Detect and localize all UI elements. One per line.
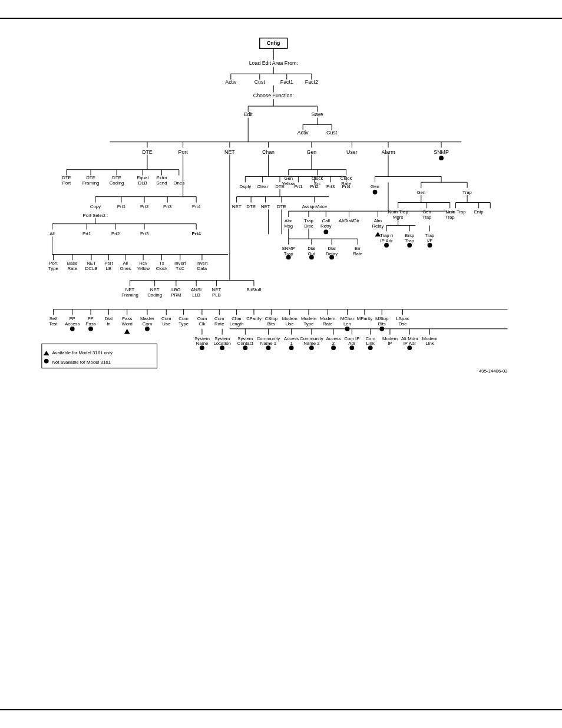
svg-point-345 <box>289 345 294 350</box>
svg-text:SNMP: SNMP <box>434 149 449 155</box>
svg-text:FP: FP <box>70 316 75 321</box>
svg-text:Trap: Trap <box>422 215 432 220</box>
svg-text:Cust: Cust <box>254 79 266 85</box>
svg-text:Test: Test <box>49 321 58 327</box>
svg-point-329 <box>200 345 204 350</box>
svg-text:Yellow: Yellow <box>282 181 296 186</box>
svg-text:Fact2: Fact2 <box>305 79 318 85</box>
svg-text:Ones: Ones <box>120 266 131 271</box>
svg-text:Bits: Bits <box>267 321 275 327</box>
svg-text:System: System <box>237 336 253 341</box>
svg-text:Length: Length <box>230 321 244 327</box>
svg-text:Gen: Gen <box>371 184 379 189</box>
svg-text:Not available for Model 3161: Not available for Model 3161 <box>52 360 110 365</box>
svg-text:Prt3: Prt3 <box>140 231 148 236</box>
svg-text:Rate: Rate <box>214 321 224 327</box>
svg-text:Pass: Pass <box>85 321 95 327</box>
svg-text:Port: Port <box>62 180 71 186</box>
svg-text:Gen: Gen <box>284 176 293 181</box>
svg-text:Com: Com <box>178 316 189 321</box>
svg-text:Chan: Chan <box>262 149 275 155</box>
border-top <box>0 18 562 19</box>
svg-text:TxC: TxC <box>176 266 185 271</box>
svg-text:NET: NET <box>224 149 235 155</box>
svg-text:Name 2: Name 2 <box>303 341 319 346</box>
svg-text:Access: Access <box>65 321 80 327</box>
svg-point-197 <box>323 229 328 234</box>
svg-text:AltDial/Dir: AltDial/Dir <box>339 218 359 223</box>
svg-text:Disc: Disc <box>304 223 313 229</box>
svg-text:Access: Access <box>284 336 299 341</box>
svg-text:Rate: Rate <box>353 251 363 256</box>
svg-text:Prt1: Prt1 <box>82 231 91 236</box>
svg-text:Prt3: Prt3 <box>163 204 171 209</box>
svg-point-214 <box>309 255 314 260</box>
svg-text:Modem: Modem <box>320 316 335 321</box>
svg-text:Port: Port <box>178 149 189 155</box>
svg-text:Type: Type <box>48 266 58 271</box>
svg-point-252 <box>428 243 432 248</box>
svg-text:Trap: Trap <box>304 218 313 223</box>
svg-text:LSpac: LSpac <box>396 316 409 321</box>
svg-text:Pass: Pass <box>122 316 132 321</box>
svg-text:Com: Com <box>214 316 224 321</box>
svg-point-349 <box>309 345 314 350</box>
svg-text:CStop: CStop <box>265 316 278 321</box>
svg-text:Prt3: Prt3 <box>326 184 335 189</box>
svg-text:Msg: Msg <box>284 223 293 229</box>
svg-text:NET: NET <box>212 287 222 292</box>
svg-text:Dial: Dial <box>328 246 336 251</box>
svg-text:IP Adr: IP Adr <box>404 341 416 346</box>
svg-text:Self: Self <box>49 316 58 321</box>
svg-text:Trap: Trap <box>425 233 435 238</box>
svg-text:In: In <box>107 321 111 327</box>
svg-text:Name: Name <box>196 341 209 346</box>
svg-text:Clear: Clear <box>257 184 268 189</box>
svg-text:NET: NET <box>150 287 160 292</box>
svg-text:LB: LB <box>106 266 112 271</box>
svg-text:Port Select :: Port Select : <box>83 213 108 218</box>
svg-point-218 <box>329 255 334 260</box>
svg-text:Name 1: Name 1 <box>260 341 276 346</box>
svg-text:Extrn: Extrn <box>156 175 167 180</box>
svg-text:Tx: Tx <box>159 261 164 266</box>
svg-text:NET: NET <box>232 204 242 209</box>
svg-text:Coding: Coding <box>110 180 124 186</box>
svg-text:DTE: DTE <box>246 204 256 209</box>
svg-text:DTE: DTE <box>142 149 153 155</box>
svg-point-333 <box>220 345 224 350</box>
svg-text:Dial: Dial <box>308 246 316 251</box>
svg-text:IP Adr: IP Adr <box>381 238 394 243</box>
svg-text:Err: Err <box>355 246 361 251</box>
svg-point-337 <box>243 345 247 350</box>
svg-text:FP: FP <box>88 316 94 321</box>
svg-point-244 <box>384 243 389 248</box>
svg-text:User: User <box>346 149 358 155</box>
svg-text:Link: Link <box>366 341 375 346</box>
svg-text:NET: NET <box>87 261 96 266</box>
svg-text:Char: Char <box>232 316 242 321</box>
svg-text:Clk: Clk <box>199 321 205 327</box>
svg-text:Word: Word <box>121 321 133 327</box>
svg-text:PRM: PRM <box>171 292 181 298</box>
svg-text:Data: Data <box>197 266 207 271</box>
svg-point-368 <box>407 345 412 350</box>
svg-text:Framing: Framing <box>121 292 138 298</box>
svg-text:Invert: Invert <box>196 261 208 266</box>
svg-text:Prt2: Prt2 <box>140 204 148 209</box>
svg-text:Prt1: Prt1 <box>294 184 302 189</box>
svg-text:System: System <box>214 336 230 341</box>
svg-text:Master: Master <box>140 316 154 321</box>
svg-text:Edit: Edit <box>244 111 253 117</box>
svg-text:Location: Location <box>213 341 231 346</box>
svg-text:Gen: Gen <box>307 149 317 155</box>
svg-text:LBO: LBO <box>171 287 181 292</box>
svg-text:Available for Model 3161 only: Available for Model 3161 only <box>52 350 112 355</box>
svg-point-361 <box>368 345 373 350</box>
svg-text:Cust: Cust <box>326 130 338 136</box>
svg-text:Com: Com <box>365 336 375 341</box>
svg-point-271 <box>88 327 93 331</box>
svg-text:Rcv: Rcv <box>139 261 147 266</box>
svg-point-248 <box>407 243 412 248</box>
svg-text:Adr: Adr <box>348 341 356 346</box>
